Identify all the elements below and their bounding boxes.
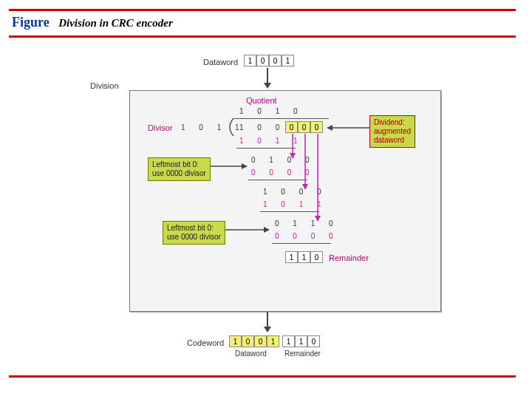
arrow-right-icon <box>225 226 271 233</box>
division-label: Division <box>90 81 119 90</box>
bit-cell: 1 <box>298 251 310 263</box>
quotient-bits: 1 0 1 0 <box>239 107 304 115</box>
step6-bits: 0 1 1 0 <box>275 219 339 228</box>
bringdown-arrow-icon <box>314 134 321 223</box>
arrow-down-icon <box>262 68 273 90</box>
arrow-right-icon <box>211 163 249 170</box>
bit-cell: 1 <box>267 335 279 347</box>
codeword-dataword-label: Dataword <box>235 349 267 358</box>
bit-cell: 0 <box>256 55 269 66</box>
bringdown-arrow-icon <box>301 134 309 191</box>
bit-cell: 0 <box>269 55 282 66</box>
crc-diagram: Dataword 1 0 0 1 Division Quotient 1 0 1… <box>89 52 473 375</box>
step-line <box>272 243 331 244</box>
svg-marker-13 <box>315 216 321 222</box>
step-line <box>248 180 307 180</box>
figure-caption: Division in CRC encoder <box>58 17 173 29</box>
bit-cell: 0 <box>298 121 310 133</box>
bit-cell: 1 <box>282 335 295 347</box>
bringdown-arrow-icon <box>289 134 296 160</box>
divisor-label: Divisor <box>148 123 173 132</box>
codeword-remainder-label: Remainder <box>284 349 321 358</box>
quotient-label: Quotient <box>246 96 277 105</box>
bit-cell: 1 <box>244 55 256 66</box>
bit-cell: 1 <box>295 335 307 347</box>
svg-marker-7 <box>264 227 270 233</box>
svg-marker-3 <box>327 125 332 131</box>
remainder-label: Remainder <box>329 253 369 262</box>
step-line <box>236 148 296 149</box>
leftmost-note-2: Leftmost bit 0: use 0000 divisor <box>163 221 225 245</box>
remainder-cells: 1 1 0 <box>285 251 323 263</box>
svg-marker-5 <box>242 163 248 169</box>
figure-title: Figure Division in CRC encoder <box>12 15 173 30</box>
quotient-line <box>233 118 329 119</box>
dataword-label: Dataword <box>203 58 238 66</box>
step7-bits: 0 0 0 0 <box>275 232 339 240</box>
top-rule <box>9 9 516 11</box>
bit-cell: 0 <box>307 335 320 347</box>
division-bracket <box>225 118 236 136</box>
bit-cell: 0 <box>254 335 267 347</box>
bottom-rule <box>9 375 516 378</box>
figure-label: Figure <box>12 15 50 30</box>
bit-cell: 1 <box>285 251 298 263</box>
step-line <box>260 211 319 212</box>
codeword-label: Codeword <box>187 338 224 347</box>
bit-cell: 0 <box>310 121 323 133</box>
bit-cell: 0 <box>310 251 323 263</box>
appended-zeros: 0 0 0 <box>285 121 323 133</box>
arrow-down-icon <box>262 312 273 334</box>
leftmost-note-1: Leftmost bit 0: use 0000 divisor <box>148 157 211 181</box>
svg-marker-11 <box>302 184 308 190</box>
bit-cell: 0 <box>285 121 298 133</box>
svg-marker-1 <box>264 83 271 89</box>
bit-cell: 1 <box>229 335 242 347</box>
codeword-cells: 1 0 0 1 1 1 0 <box>229 335 320 347</box>
arrow-left-icon <box>325 124 369 132</box>
svg-marker-9 <box>290 153 296 159</box>
title-underline <box>9 35 516 38</box>
svg-marker-15 <box>264 327 271 332</box>
bit-cell: 0 <box>242 335 254 347</box>
bit-cell: 1 <box>282 55 294 66</box>
dataword-cells: 1 0 0 1 <box>244 55 294 66</box>
dividend-note: Dividend: augmented dataword <box>369 115 415 148</box>
